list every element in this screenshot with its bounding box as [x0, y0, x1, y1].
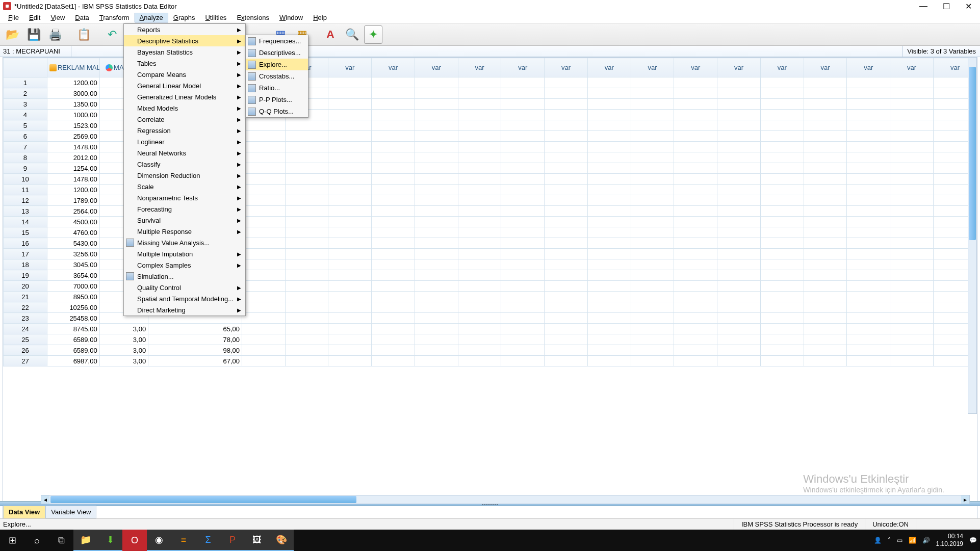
menu-item-correlate[interactable]: Correlate▶ — [124, 114, 245, 125]
menu-item-scale[interactable]: Scale▶ — [124, 181, 245, 192]
vertical-scrollbar[interactable] — [968, 57, 977, 414]
status-processor: IBM SPSS Statistics Processor is ready — [734, 519, 865, 530]
taskbar: ⊞ ⌕ ⧉ 📁 ⬇ O ◉ ≡ Σ P 🖼 🎨 👤 ˄ ▭ 📶 🔊 00:141… — [0, 530, 980, 551]
people-icon[interactable]: 👤 — [874, 537, 882, 544]
clock[interactable]: 00:141.10.2019 — [936, 533, 963, 548]
submenu-item-crosstabs-[interactable]: Crosstabs... — [246, 70, 308, 82]
menu-item-mixed-models[interactable]: Mixed Models▶ — [124, 102, 245, 114]
chrome-icon[interactable]: ◉ — [147, 530, 171, 551]
menu-data[interactable]: Data — [70, 13, 94, 22]
paint-icon[interactable]: 🎨 — [269, 530, 294, 551]
menu-item-descriptive-statistics[interactable]: Descriptive Statistics▶ — [124, 35, 245, 46]
menu-item-survival[interactable]: Survival▶ — [124, 215, 245, 226]
system-tray: 👤 ˄ ▭ 📶 🔊 00:141.10.2019 💬 — [874, 533, 980, 548]
menu-item-classify[interactable]: Classify▶ — [124, 159, 245, 170]
menu-item-simulation-[interactable]: Simulation... — [124, 271, 245, 282]
menu-file[interactable]: File — [3, 13, 24, 22]
status-left: Explore... — [3, 520, 31, 528]
menu-help[interactable]: Help — [308, 13, 332, 22]
menu-graphs[interactable]: Graphs — [168, 13, 200, 22]
explorer-icon[interactable]: 📁 — [73, 530, 98, 551]
submenu-item-ratio-[interactable]: Ratio... — [246, 82, 308, 94]
status-bar: Explore... IBM SPSS Statistics Processor… — [0, 518, 980, 530]
menu-utilities[interactable]: Utilities — [200, 13, 231, 22]
minimize-button[interactable]: — — [919, 2, 927, 11]
menu-item-multiple-imputation[interactable]: Multiple Imputation▶ — [124, 248, 245, 259]
descriptive-statistics-submenu: Frequencies...Descriptives...Explore...C… — [245, 35, 308, 118]
menu-item-direct-marketing[interactable]: Direct Marketing▶ — [124, 304, 245, 316]
value-labels-button[interactable]: A — [321, 25, 340, 44]
powerpoint-icon[interactable]: P — [220, 530, 245, 551]
menu-item-complex-samples[interactable]: Complex Samples▶ — [124, 259, 245, 271]
menu-view[interactable]: View — [45, 13, 70, 22]
menu-transform[interactable]: Transform — [94, 13, 135, 22]
submenu-item-frequencies-[interactable]: Frequencies... — [246, 35, 308, 47]
tab-data-view[interactable]: Data View — [3, 506, 45, 518]
task-view-button[interactable]: ⧉ — [49, 530, 73, 551]
search-button[interactable]: ⌕ — [24, 530, 49, 551]
menu-item-reports[interactable]: Reports▶ — [124, 24, 245, 35]
notifications-icon[interactable]: 💬 — [969, 537, 977, 544]
titlebar: *Untitled2 [DataSet1] - IBM SPSS Statist… — [0, 0, 980, 12]
photos-icon[interactable]: 🖼 — [245, 530, 269, 551]
menu-item-tables[interactable]: Tables▶ — [124, 58, 245, 69]
open-button[interactable]: 📂 — [3, 25, 21, 44]
close-button[interactable]: ✕ — [965, 2, 972, 11]
utorrent-icon[interactable]: ⬇ — [98, 530, 122, 551]
menu-item-compare-means[interactable]: Compare Means▶ — [124, 69, 245, 80]
volume-icon[interactable]: 🔊 — [922, 537, 930, 544]
analyze-menu: Reports▶Descriptive Statistics▶Bayesian … — [123, 23, 246, 316]
menu-item-loglinear[interactable]: Loglinear▶ — [124, 136, 245, 147]
menu-item-general-linear-model[interactable]: General Linear Model▶ — [124, 80, 245, 91]
submenu-item-descriptives-[interactable]: Descriptives... — [246, 47, 308, 59]
add-button[interactable]: ✦ — [364, 25, 382, 44]
opera-icon[interactable]: O — [122, 530, 147, 551]
start-button[interactable]: ⊞ — [0, 530, 24, 551]
window-controls: — ☐ ✕ — [919, 2, 977, 11]
menu-item-neural-networks[interactable]: Neural Networks▶ — [124, 147, 245, 159]
menu-edit[interactable]: Edit — [24, 13, 45, 22]
submenu-item-q-q-plots-[interactable]: Q-Q Plots... — [246, 106, 308, 117]
menu-item-forecasting[interactable]: Forecasting▶ — [124, 203, 245, 215]
menu-item-regression[interactable]: Regression▶ — [124, 125, 245, 136]
recall-dialog-button[interactable]: 📋 — [74, 25, 93, 44]
menu-extensions[interactable]: Extensions — [231, 13, 274, 22]
visible-variables: Visible: 3 of 3 Variables — [902, 46, 980, 57]
menu-analyze[interactable]: Analyze — [135, 13, 168, 22]
menu-item-dimension-reduction[interactable]: Dimension Reduction▶ — [124, 170, 245, 181]
status-spacer — [916, 519, 977, 530]
sublime-icon[interactable]: ≡ — [171, 530, 196, 551]
wifi-icon[interactable]: 📶 — [909, 537, 916, 544]
menu-window[interactable]: Window — [274, 13, 308, 22]
menubar: File Edit View Data Transform Analyze Gr… — [0, 12, 980, 23]
menu-item-missing-value-analysis-[interactable]: Missing Value Analysis... — [124, 237, 245, 248]
menu-item-quality-control[interactable]: Quality Control▶ — [124, 282, 245, 293]
menu-item-multiple-response[interactable]: Multiple Response▶ — [124, 226, 245, 237]
print-button[interactable]: 🖨️ — [46, 25, 64, 44]
tab-variable-view[interactable]: Variable View — [45, 506, 96, 518]
menu-item-generalized-linear-models[interactable]: Generalized Linear Models▶ — [124, 91, 245, 102]
menu-item-bayesian-statistics[interactable]: Bayesian Statistics▶ — [124, 46, 245, 58]
save-button[interactable]: 💾 — [24, 25, 43, 44]
spss-icon[interactable]: Σ — [196, 530, 220, 551]
cell-reference: 31 : MECRAPUANI — [0, 46, 71, 57]
horizontal-scrollbar[interactable]: ◄► — [41, 495, 970, 504]
submenu-item-p-p-plots-[interactable]: P-P Plots... — [246, 94, 308, 106]
maximize-button[interactable]: ☐ — [943, 2, 950, 11]
menu-item-spatial-and-temporal-modeling-[interactable]: Spatial and Temporal Modeling...▶ — [124, 293, 245, 304]
variable-sets-button[interactable]: 🔍 — [343, 25, 361, 44]
status-unicode: Unicode:ON — [865, 519, 916, 530]
app-icon — [3, 2, 11, 10]
undo-button[interactable]: ↶ — [103, 25, 121, 44]
tray-chevron-icon[interactable]: ˄ — [888, 537, 891, 544]
window-title: *Untitled2 [DataSet1] - IBM SPSS Statist… — [14, 3, 177, 10]
menu-item-nonparametric-tests[interactable]: Nonparametric Tests▶ — [124, 192, 245, 203]
submenu-item-explore-[interactable]: Explore... — [246, 59, 308, 70]
battery-icon[interactable]: ▭ — [897, 537, 902, 544]
view-tabs: Data View Variable View — [3, 506, 96, 518]
